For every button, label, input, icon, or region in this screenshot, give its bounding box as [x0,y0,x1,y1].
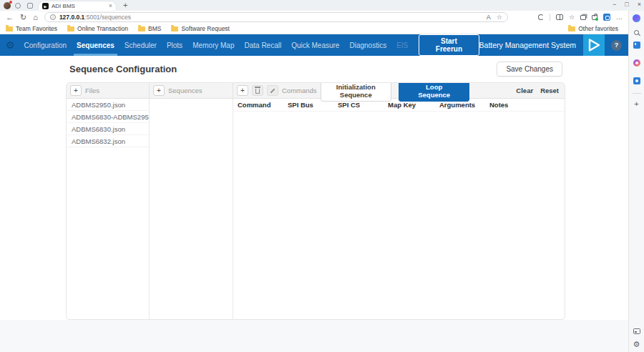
split-screen-icon[interactable] [556,14,563,20]
commands-panel-label: Commands [282,87,317,94]
sequences-list [150,99,233,319]
file-list-item[interactable]: ADBMS6832.json [67,135,149,147]
sidebar-add-icon[interactable]: + [634,100,638,108]
browser-essentials-icon[interactable] [538,14,544,20]
browser-tab[interactable]: ▶ ADI BMS × [39,1,116,11]
back-icon[interactable]: ← [6,14,14,21]
shopping-icon[interactable] [592,15,597,20]
nav-item[interactable]: Memory Map [187,34,239,56]
profile-avatar[interactable] [4,2,11,9]
other-favorites[interactable]: Other favorites [568,25,623,32]
nav-item-label: Configuration [24,41,67,49]
refresh-icon[interactable]: ↻ [20,14,26,21]
clear-button[interactable]: Clear [516,87,533,94]
home-icon[interactable]: ⌂ [33,14,38,21]
reset-button[interactable]: Reset [540,87,559,94]
bookmark-item[interactable]: Online Transaction [67,25,128,32]
browser-titlebar: ▶ ADI BMS × + − □ × [0,0,644,11]
folder-icon [568,26,575,31]
bookmark-item[interactable]: BMS [138,25,161,32]
nav-item-label: Scheduler [125,41,157,49]
copilot-icon[interactable] [633,14,640,22]
file-list-item[interactable]: ADBMS2950.json [67,99,149,111]
bookmark-item[interactable]: Team Favorites [6,25,57,32]
nav-item[interactable]: Scheduler [119,34,162,56]
nav-item-label: Plots [167,41,182,49]
folder-icon [67,26,74,31]
other-favorites-label: Other favorites [578,25,618,32]
folder-icon [6,26,13,31]
toolbar-right-icons: ☆ … [538,14,623,21]
page-title: Sequence Configuration [69,64,177,74]
info-icon[interactable]: i [50,14,56,20]
new-tab-button[interactable]: + [123,1,127,9]
browser-window: ▶ ADI BMS × + − □ × ← ↻ ⌂ i 127.0.0.1:50… [0,0,644,352]
bookmark-label: Software Request [181,25,230,32]
nav-item[interactable]: Configuration [19,34,72,56]
tab-close-icon[interactable]: × [109,3,112,9]
edit-command-button[interactable] [267,85,278,96]
page-bottom-area [0,320,628,352]
nav-item[interactable]: Plots [162,34,187,56]
nav-item-label: EIS [396,41,408,49]
tab-actions-icon[interactable] [15,3,21,9]
files-list: ADBMS2950.json ADBMS6830-ADBMS2950.json … [67,99,150,319]
url-text[interactable]: 127.0.0.1:5001/sequences [59,14,483,21]
save-changes-button[interactable]: Save Changes [497,62,562,77]
card-toolbar: + Files + Sequences + Commands [67,83,565,99]
delete-command-button[interactable] [252,85,263,96]
bookmark-label: Online Transaction [77,25,128,32]
address-bar[interactable]: i 127.0.0.1:5001/sequences A ☆ [44,12,508,22]
search-icon[interactable] [634,30,639,35]
sequence-config-card: + Files + Sequences + Commands [66,82,565,320]
commands-toolbar: + Commands Initialization Sequence Loop … [233,83,565,98]
nav-item[interactable]: Diagnostics [344,34,391,56]
nav-item[interactable]: EIS [391,34,413,56]
file-list-item[interactable]: ADBMS6830.json [67,123,149,135]
help-icon[interactable]: ? [611,40,622,51]
window-controls: − □ × [613,1,641,9]
workspaces-icon[interactable] [633,328,640,334]
vertical-tabs-icon[interactable] [27,3,33,9]
sidebar-settings-icon[interactable]: ⚙ [633,341,640,348]
favorites-icon[interactable]: ☆ [569,14,575,21]
more-options-icon[interactable]: … [616,14,623,21]
nav-item-label: Memory Map [192,41,234,49]
add-file-button[interactable]: + [70,85,82,96]
adi-triangle-icon [583,34,605,56]
tab-title: ADI BMS [52,3,109,9]
add-sequence-button[interactable]: + [153,85,165,96]
nav-item[interactable]: Data Recall [239,34,286,56]
sidebar-capture-icon[interactable] [633,77,640,84]
sidebar-tools-icon[interactable] [633,59,640,67]
settings-gear-icon[interactable]: ⚙ [6,40,15,50]
nav-item[interactable]: Sequences [72,34,119,56]
minimize-button[interactable]: − [613,1,616,9]
add-command-button[interactable]: + [237,85,248,96]
play-glyph: ▶ [44,4,47,9]
add-favorite-icon[interactable]: ☆ [497,14,502,21]
sidebar-tag-icon[interactable] [633,41,640,49]
notification-dot [9,1,12,4]
close-button[interactable]: × [638,1,641,9]
file-list-item[interactable]: ADBMS6830-ADBMS2950.json [67,111,149,123]
app-navbar: ⚙ Configuration Sequences Scheduler Plot… [0,34,628,56]
read-aloud-icon[interactable]: A [487,14,491,21]
nav-item-label: Data Recall [244,41,281,49]
url-path: :5001/sequences [84,14,131,21]
nav-item[interactable]: Quick Measure [286,34,344,56]
folder-icon [171,26,178,31]
commands-table: Command SPI Bus SPI CS Map Key Arguments [233,99,565,319]
adi-favicon-icon: ▶ [42,3,49,9]
page-content: Sequence Configuration Save Changes + Fi… [0,56,628,352]
start-freerun-button[interactable]: Start Freerun [419,34,479,56]
files-toolbar: + Files [67,83,150,98]
maximize-button[interactable]: □ [625,1,628,9]
bookmark-item[interactable]: Software Request [171,25,230,32]
adi-logo [583,34,605,56]
collections-icon[interactable] [580,15,586,20]
commands-table-header: Command SPI Bus SPI CS Map Key Arguments [233,99,565,112]
bookmark-label: BMS [148,25,161,32]
web-capture-icon[interactable] [603,14,610,21]
edge-sidebar: + ⚙ [628,11,644,352]
